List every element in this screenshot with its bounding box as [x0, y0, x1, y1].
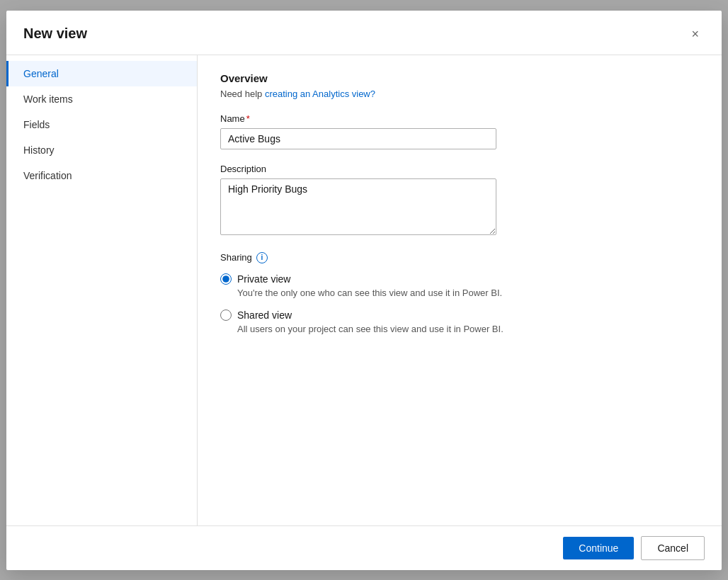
description-label: Description	[220, 164, 699, 174]
sidebar: General Work items Fields History Verifi…	[6, 55, 198, 525]
dialog-body: General Work items Fields History Verifi…	[6, 55, 722, 525]
close-button[interactable]: ×	[686, 25, 705, 43]
private-view-desc: You're the only one who can see this vie…	[237, 288, 699, 298]
name-label: Name*	[220, 113, 699, 124]
shared-view-label[interactable]: Shared view	[237, 309, 292, 321]
sidebar-item-work-items[interactable]: Work items	[6, 86, 197, 112]
required-star: *	[246, 113, 250, 124]
shared-view-radio[interactable]	[220, 309, 232, 321]
dialog-title: New view	[23, 25, 87, 42]
sidebar-item-fields[interactable]: Fields	[6, 112, 197, 137]
cancel-button[interactable]: Cancel	[641, 536, 705, 560]
sharing-header: Sharing i	[220, 252, 699, 263]
continue-button[interactable]: Continue	[563, 537, 634, 559]
section-title: Overview	[220, 72, 699, 84]
sidebar-item-general[interactable]: General	[6, 61, 197, 86]
dialog-footer: Continue Cancel	[6, 525, 722, 570]
info-icon[interactable]: i	[256, 252, 268, 263]
name-input[interactable]	[220, 128, 496, 149]
shared-view-desc: All users on your project can see this v…	[237, 324, 699, 334]
sharing-label: Sharing	[220, 252, 252, 263]
private-view-label[interactable]: Private view	[237, 273, 290, 285]
shared-view-row: Shared view	[220, 309, 699, 321]
sidebar-item-verification[interactable]: Verification	[6, 163, 197, 188]
main-content: Overview Need help creating an Analytics…	[198, 55, 722, 525]
sidebar-item-history[interactable]: History	[6, 137, 197, 163]
private-view-option: Private view You're the only one who can…	[220, 273, 699, 304]
dialog-header: New view ×	[6, 11, 722, 55]
help-text: Need help creating an Analytics view?	[220, 89, 699, 99]
description-textarea[interactable]: High Priority Bugs	[220, 178, 496, 235]
private-view-row: Private view	[220, 273, 699, 285]
help-link[interactable]: creating an Analytics view?	[265, 89, 375, 99]
name-group: Name*	[220, 113, 699, 149]
description-group: Description High Priority Bugs	[220, 164, 699, 238]
shared-view-option: Shared view All users on your project ca…	[220, 309, 699, 340]
radio-group: Private view You're the only one who can…	[220, 273, 699, 346]
private-view-radio[interactable]	[220, 273, 232, 285]
sharing-group: Sharing i Private view You're the only o…	[220, 252, 699, 346]
new-view-dialog: New view × General Work items Fields His…	[6, 11, 722, 570]
dialog-backdrop: New view × General Work items Fields His…	[0, 0, 728, 580]
